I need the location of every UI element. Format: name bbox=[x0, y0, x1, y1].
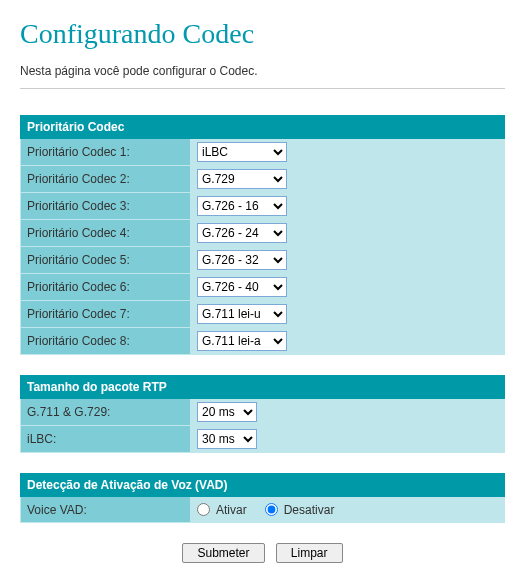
codec-priority-table: Prioritário Codec Prioritário Codec 1: i… bbox=[20, 115, 505, 355]
codec-priority-select-8[interactable]: G.711 lei-a bbox=[197, 331, 287, 351]
table-row: iLBC: 30 ms bbox=[21, 426, 505, 453]
rtp-packet-header: Tamanho do pacote RTP bbox=[21, 376, 505, 399]
table-row: Prioritário Codec 2: G.729 bbox=[21, 166, 505, 193]
rtp-g711-g729-select[interactable]: 20 ms bbox=[197, 402, 257, 422]
codec-priority-label-4: Prioritário Codec 4: bbox=[21, 220, 191, 247]
codec-priority-label-5: Prioritário Codec 5: bbox=[21, 247, 191, 274]
vad-deactivate-label[interactable]: Desativar bbox=[284, 503, 335, 517]
divider bbox=[20, 88, 505, 89]
table-row: Prioritário Codec 4: G.726 - 24 bbox=[21, 220, 505, 247]
vad-activate-radio[interactable] bbox=[197, 503, 210, 516]
vad-table: Detecção de Ativação de Voz (VAD) Voice … bbox=[20, 473, 505, 523]
codec-priority-header: Prioritário Codec bbox=[21, 116, 505, 139]
table-row: Prioritário Codec 8: G.711 lei-a bbox=[21, 328, 505, 355]
table-row: Prioritário Codec 6: G.726 - 40 bbox=[21, 274, 505, 301]
rtp-ilbc-select[interactable]: 30 ms bbox=[197, 429, 257, 449]
page-title: Configurando Codec bbox=[20, 18, 505, 50]
table-row: G.711 & G.729: 20 ms bbox=[21, 399, 505, 426]
vad-deactivate-radio[interactable] bbox=[265, 503, 278, 516]
codec-priority-select-6[interactable]: G.726 - 40 bbox=[197, 277, 287, 297]
table-row: Prioritário Codec 5: G.726 - 32 bbox=[21, 247, 505, 274]
vad-label: Voice VAD: bbox=[21, 497, 191, 523]
table-row: Prioritário Codec 3: G.726 - 16 bbox=[21, 193, 505, 220]
rtp-g711-g729-label: G.711 & G.729: bbox=[21, 399, 191, 426]
table-row: Prioritário Codec 1: iLBC bbox=[21, 139, 505, 166]
submit-button[interactable]: Submeter bbox=[182, 543, 264, 563]
codec-priority-select-3[interactable]: G.726 - 16 bbox=[197, 196, 287, 216]
rtp-packet-table: Tamanho do pacote RTP G.711 & G.729: 20 … bbox=[20, 375, 505, 453]
vad-header: Detecção de Ativação de Voz (VAD) bbox=[21, 474, 505, 497]
codec-priority-select-4[interactable]: G.726 - 24 bbox=[197, 223, 287, 243]
codec-priority-label-2: Prioritário Codec 2: bbox=[21, 166, 191, 193]
vad-activate-label[interactable]: Ativar bbox=[216, 503, 247, 517]
codec-priority-label-3: Prioritário Codec 3: bbox=[21, 193, 191, 220]
codec-priority-label-6: Prioritário Codec 6: bbox=[21, 274, 191, 301]
codec-priority-select-1[interactable]: iLBC bbox=[197, 142, 287, 162]
codec-priority-label-8: Prioritário Codec 8: bbox=[21, 328, 191, 355]
reset-button[interactable]: Limpar bbox=[276, 543, 343, 563]
codec-priority-label-7: Prioritário Codec 7: bbox=[21, 301, 191, 328]
codec-priority-select-7[interactable]: G.711 lei-u bbox=[197, 304, 287, 324]
table-row: Voice VAD: Ativar Desativar bbox=[21, 497, 505, 523]
rtp-ilbc-label: iLBC: bbox=[21, 426, 191, 453]
codec-priority-select-5[interactable]: G.726 - 32 bbox=[197, 250, 287, 270]
codec-priority-select-2[interactable]: G.729 bbox=[197, 169, 287, 189]
codec-priority-label-1: Prioritário Codec 1: bbox=[21, 139, 191, 166]
table-row: Prioritário Codec 7: G.711 lei-u bbox=[21, 301, 505, 328]
page-intro: Nesta página você pode configurar o Code… bbox=[20, 64, 505, 78]
